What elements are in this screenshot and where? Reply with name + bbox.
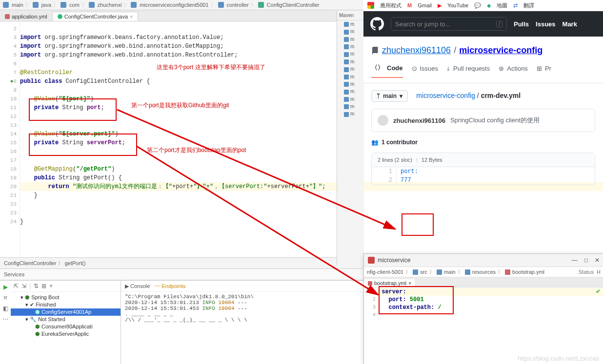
contributors[interactable]: 👥 1 contributor: [371, 139, 595, 146]
annotation-2: 第二个port才是我们bootstap里面的pot: [147, 146, 246, 154]
nav-issues[interactable]: Issues: [536, 20, 555, 28]
line-gutter: 234567●89101112131415161718192021222324: [0, 21, 20, 257]
close-icon[interactable]: ✕: [595, 257, 600, 264]
github-search[interactable]: Search or jump to.../: [391, 17, 507, 31]
nav-marketplace[interactable]: Mark: [563, 20, 577, 28]
close-icon[interactable]: ×: [130, 14, 133, 19]
crumb[interactable]: java: [41, 2, 51, 8]
apps-icon[interactable]: [367, 2, 374, 9]
endpoints-tab[interactable]: 〰 Endpoints: [155, 283, 185, 289]
highlight-box-1: [29, 98, 117, 121]
avatar: [378, 115, 388, 126]
tool-icon[interactable]: ⤧: [3, 294, 8, 301]
add-icon[interactable]: +: [49, 283, 53, 289]
maven-title: Maven: [337, 11, 364, 20]
browser-bookmarks: 應用程式 MGmail ▶YouTube 💬 ◆地圖 ⇄翻譯: [363, 0, 603, 11]
highlight-box-2: [29, 134, 137, 156]
tab-projects[interactable]: ⊞ Pr: [537, 63, 551, 78]
filter-icon[interactable]: ⇅: [34, 283, 39, 289]
highlight-box-bootstrap: [379, 286, 454, 314]
translate-icon[interactable]: ⇄: [513, 2, 518, 9]
tool-icon[interactable]: ◧: [3, 305, 8, 312]
crumb[interactable]: zhuchenxi: [98, 2, 122, 8]
watermark: https://blog.csdn.net/Lzxccas: [518, 355, 599, 362]
tab-issues[interactable]: ⊙ Issues: [412, 63, 439, 78]
tab-configclientcontroller[interactable]: ConfigClientController.java×: [53, 12, 139, 21]
close-icon[interactable]: ×: [408, 280, 411, 286]
app-icon: [368, 257, 375, 264]
services-tree[interactable]: ▾ ⬢ Spring Boot ▾ ✔ Finished ⬢ ConfigSer…: [11, 292, 121, 364]
group-icon[interactable]: ⊞: [41, 283, 46, 289]
crumb[interactable]: controller: [227, 2, 249, 8]
highlight-box-github: [402, 213, 434, 236]
file-viewer: 2 lines (2 sloc)|12 Bytes 1port: 2777: [371, 153, 595, 185]
ide2-breadcrumbs: nfig-client-5001〉 src〉 main〉 resources〉 …: [364, 267, 603, 277]
tool-icon[interactable]: ⋯: [2, 316, 8, 323]
annotation-1: 第一个port是我想获取Github里面的git: [131, 101, 229, 110]
console-tab[interactable]: ▶ Console: [125, 283, 150, 289]
collapse-icon[interactable]: ⇲: [21, 283, 26, 289]
repo-icon: [371, 47, 379, 55]
tab-actions[interactable]: ⊛ Actions: [499, 63, 528, 78]
maps-icon[interactable]: ◆: [487, 2, 491, 9]
run-icon[interactable]: ▶: [3, 284, 8, 290]
crumb[interactable]: main: [12, 2, 23, 8]
commit-row[interactable]: zhuchenxi961106 SpringCloud config clien…: [371, 109, 595, 132]
youtube-icon[interactable]: ▶: [438, 2, 442, 9]
tab-application-yml[interactable]: application.yml: [0, 12, 53, 21]
github-logo-icon[interactable]: [370, 17, 384, 31]
maximize-icon[interactable]: □: [584, 257, 588, 264]
services-toolbar: ⇱ ⇲ | ⇅ ⊞ +: [11, 281, 121, 292]
minimize-icon[interactable]: —: [572, 257, 578, 264]
file-path: microservice-config / crm-dev.yml: [416, 92, 521, 99]
repo-title: zhuchenxi961106 / microservice-config: [371, 45, 595, 56]
maven-panel[interactable]: Maven mmmmmmmmmmmmm: [337, 11, 364, 265]
app-icon[interactable]: 💬: [474, 2, 481, 9]
window-title: microservice: [378, 257, 410, 264]
services-panel-title: Services: [4, 271, 24, 277]
repo-tabs: 〈〉Code ⊙ Issues ⫰ Pull requests ⊛ Action…: [371, 63, 595, 78]
expand-icon[interactable]: ⇱: [14, 283, 19, 289]
check-icon: ✔: [596, 288, 601, 295]
tab-pullrequests[interactable]: ⫰ Pull requests: [447, 63, 490, 78]
branch-selector[interactable]: ᛘ main ▾: [371, 90, 408, 102]
tab-code[interactable]: 〈〉Code: [371, 63, 403, 78]
annotation-top: 这里有3个port 这里解释下希望不要搞混了: [157, 63, 265, 72]
gmail-icon[interactable]: M: [407, 2, 412, 8]
github-header: Search or jump to.../ Pulls Issues Mark: [363, 11, 603, 37]
crumb[interactable]: ConfigClientController: [267, 2, 320, 8]
crumb[interactable]: com: [69, 2, 80, 8]
ide2-window: microservice — □ ✕ nfig-client-5001〉 src…: [363, 253, 603, 364]
crumb[interactable]: microserviceconfigclient5001: [140, 2, 208, 8]
nav-pulls[interactable]: Pulls: [514, 20, 529, 28]
